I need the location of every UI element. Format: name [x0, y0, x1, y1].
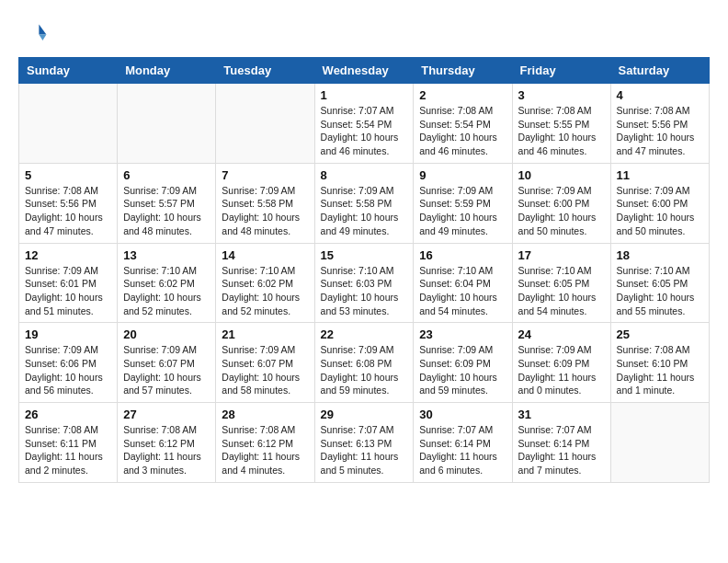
day-number: 8: [321, 168, 408, 182]
day-info: Sunrise: 7:08 AM Sunset: 6:12 PM Dayligh…: [123, 423, 210, 477]
day-info: Sunrise: 7:09 AM Sunset: 6:01 PM Dayligh…: [25, 264, 111, 318]
day-number: 28: [222, 408, 308, 421]
day-info: Sunrise: 7:09 AM Sunset: 6:00 PM Dayligh…: [518, 184, 605, 238]
day-number: 22: [321, 327, 408, 341]
calendar-cell: 11Sunrise: 7:09 AM Sunset: 6:00 PM Dayli…: [610, 163, 709, 243]
day-header-tuesday: Tuesday: [216, 58, 314, 84]
day-number: 23: [419, 327, 506, 341]
day-info: Sunrise: 7:09 AM Sunset: 5:59 PM Dayligh…: [419, 184, 506, 238]
day-number: 19: [25, 327, 111, 341]
day-number: 14: [222, 248, 308, 262]
calendar-cell: 28Sunrise: 7:08 AM Sunset: 6:12 PM Dayli…: [216, 403, 314, 483]
day-number: 16: [419, 248, 506, 262]
day-number: 25: [617, 327, 703, 341]
calendar-cell: 4Sunrise: 7:08 AM Sunset: 5:56 PM Daylig…: [610, 84, 709, 164]
svg-marker-1: [39, 35, 46, 40]
calendar-cell: 24Sunrise: 7:09 AM Sunset: 6:09 PM Dayli…: [512, 323, 610, 403]
day-header-friday: Friday: [512, 58, 610, 84]
day-info: Sunrise: 7:07 AM Sunset: 6:14 PM Dayligh…: [419, 423, 506, 477]
day-number: 18: [617, 248, 703, 262]
day-info: Sunrise: 7:09 AM Sunset: 6:00 PM Dayligh…: [617, 184, 703, 238]
day-number: 27: [123, 408, 210, 421]
calendar-week-row: 12Sunrise: 7:09 AM Sunset: 6:01 PM Dayli…: [19, 243, 710, 323]
day-info: Sunrise: 7:10 AM Sunset: 6:05 PM Dayligh…: [617, 264, 703, 318]
day-number: 11: [617, 168, 703, 182]
logo: [18, 18, 51, 48]
calendar-cell: 6Sunrise: 7:09 AM Sunset: 5:57 PM Daylig…: [118, 163, 216, 243]
calendar-cell: 12Sunrise: 7:09 AM Sunset: 6:01 PM Dayli…: [19, 243, 118, 323]
calendar-cell: 17Sunrise: 7:10 AM Sunset: 6:05 PM Dayli…: [512, 243, 610, 323]
day-info: Sunrise: 7:08 AM Sunset: 5:55 PM Dayligh…: [518, 104, 605, 158]
day-info: Sunrise: 7:09 AM Sunset: 5:57 PM Dayligh…: [123, 184, 210, 238]
svg-marker-0: [39, 24, 46, 34]
day-header-sunday: Sunday: [19, 58, 118, 84]
day-info: Sunrise: 7:09 AM Sunset: 5:58 PM Dayligh…: [321, 184, 408, 238]
calendar-cell: 5Sunrise: 7:08 AM Sunset: 5:56 PM Daylig…: [19, 163, 118, 243]
calendar-cell: [19, 84, 118, 164]
calendar-cell: 20Sunrise: 7:09 AM Sunset: 6:07 PM Dayli…: [118, 323, 216, 403]
calendar-cell: 18Sunrise: 7:10 AM Sunset: 6:05 PM Dayli…: [610, 243, 709, 323]
day-header-monday: Monday: [118, 58, 216, 84]
page-header: [18, 18, 710, 48]
day-info: Sunrise: 7:07 AM Sunset: 6:14 PM Dayligh…: [518, 423, 605, 477]
day-number: 29: [321, 408, 408, 421]
day-info: Sunrise: 7:10 AM Sunset: 6:02 PM Dayligh…: [123, 264, 210, 318]
calendar-cell: [118, 84, 216, 164]
calendar-week-row: 1Sunrise: 7:07 AM Sunset: 5:54 PM Daylig…: [19, 84, 710, 164]
day-info: Sunrise: 7:09 AM Sunset: 6:09 PM Dayligh…: [419, 343, 506, 397]
day-number: 17: [518, 248, 605, 262]
day-number: 6: [123, 168, 210, 182]
calendar-cell: 19Sunrise: 7:09 AM Sunset: 6:06 PM Dayli…: [19, 323, 118, 403]
calendar-cell: 31Sunrise: 7:07 AM Sunset: 6:14 PM Dayli…: [512, 403, 610, 483]
day-number: 24: [518, 327, 605, 341]
calendar-cell: 22Sunrise: 7:09 AM Sunset: 6:08 PM Dayli…: [314, 323, 414, 403]
day-info: Sunrise: 7:10 AM Sunset: 6:04 PM Dayligh…: [419, 264, 506, 318]
day-number: 7: [222, 168, 308, 182]
day-info: Sunrise: 7:09 AM Sunset: 6:09 PM Dayligh…: [518, 343, 605, 397]
day-number: 13: [123, 248, 210, 262]
calendar-cell: 30Sunrise: 7:07 AM Sunset: 6:14 PM Dayli…: [414, 403, 512, 483]
day-info: Sunrise: 7:10 AM Sunset: 6:02 PM Dayligh…: [222, 264, 308, 318]
calendar-table: SundayMondayTuesdayWednesdayThursdayFrid…: [18, 57, 710, 483]
calendar-cell: 1Sunrise: 7:07 AM Sunset: 5:54 PM Daylig…: [314, 84, 414, 164]
calendar-cell: 15Sunrise: 7:10 AM Sunset: 6:03 PM Dayli…: [314, 243, 414, 323]
day-number: 30: [419, 408, 506, 421]
calendar-cell: 21Sunrise: 7:09 AM Sunset: 6:07 PM Dayli…: [216, 323, 314, 403]
day-info: Sunrise: 7:09 AM Sunset: 6:06 PM Dayligh…: [25, 343, 111, 397]
day-info: Sunrise: 7:09 AM Sunset: 6:07 PM Dayligh…: [222, 343, 308, 397]
logo-icon: [18, 18, 48, 48]
day-number: 4: [617, 88, 703, 102]
calendar-week-row: 26Sunrise: 7:08 AM Sunset: 6:11 PM Dayli…: [19, 403, 710, 483]
day-info: Sunrise: 7:08 AM Sunset: 6:11 PM Dayligh…: [25, 423, 111, 477]
calendar-cell: 29Sunrise: 7:07 AM Sunset: 6:13 PM Dayli…: [314, 403, 414, 483]
calendar-cell: 14Sunrise: 7:10 AM Sunset: 6:02 PM Dayli…: [216, 243, 314, 323]
day-header-wednesday: Wednesday: [314, 58, 414, 84]
calendar-cell: [610, 403, 709, 483]
day-number: 5: [25, 168, 111, 182]
day-number: 1: [321, 88, 408, 102]
day-info: Sunrise: 7:07 AM Sunset: 5:54 PM Dayligh…: [321, 104, 408, 158]
calendar-cell: 9Sunrise: 7:09 AM Sunset: 5:59 PM Daylig…: [414, 163, 512, 243]
day-info: Sunrise: 7:09 AM Sunset: 5:58 PM Dayligh…: [222, 184, 308, 238]
day-info: Sunrise: 7:10 AM Sunset: 6:05 PM Dayligh…: [518, 264, 605, 318]
calendar-cell: 25Sunrise: 7:08 AM Sunset: 6:10 PM Dayli…: [610, 323, 709, 403]
calendar-cell: [216, 84, 314, 164]
calendar-cell: 10Sunrise: 7:09 AM Sunset: 6:00 PM Dayli…: [512, 163, 610, 243]
day-number: 9: [419, 168, 506, 182]
day-info: Sunrise: 7:08 AM Sunset: 6:10 PM Dayligh…: [617, 343, 703, 397]
calendar-cell: 13Sunrise: 7:10 AM Sunset: 6:02 PM Dayli…: [118, 243, 216, 323]
calendar-header-row: SundayMondayTuesdayWednesdayThursdayFrid…: [19, 58, 710, 84]
day-number: 15: [321, 248, 408, 262]
calendar-cell: 8Sunrise: 7:09 AM Sunset: 5:58 PM Daylig…: [314, 163, 414, 243]
calendar-cell: 16Sunrise: 7:10 AM Sunset: 6:04 PM Dayli…: [414, 243, 512, 323]
day-number: 26: [25, 408, 111, 421]
calendar-cell: 23Sunrise: 7:09 AM Sunset: 6:09 PM Dayli…: [414, 323, 512, 403]
day-header-saturday: Saturday: [610, 58, 709, 84]
day-number: 12: [25, 248, 111, 262]
calendar-week-row: 5Sunrise: 7:08 AM Sunset: 5:56 PM Daylig…: [19, 163, 710, 243]
day-info: Sunrise: 7:08 AM Sunset: 5:54 PM Dayligh…: [419, 104, 506, 158]
day-info: Sunrise: 7:08 AM Sunset: 5:56 PM Dayligh…: [25, 184, 111, 238]
day-header-thursday: Thursday: [414, 58, 512, 84]
day-number: 21: [222, 327, 308, 341]
day-number: 2: [419, 88, 506, 102]
